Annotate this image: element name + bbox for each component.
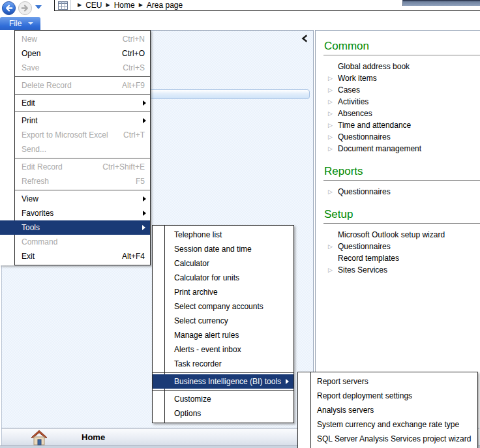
tools-menu-item-select-company-accounts[interactable]: Select company accounts (153, 299, 293, 314)
task-item-cases[interactable]: ▷Cases (316, 84, 480, 96)
task-item-time-and-attendance[interactable]: ▷Time and attendance (316, 119, 480, 131)
file-menu-item-print[interactable]: Print (0, 113, 151, 128)
file-menu-item-open[interactable]: OpenCtrl+O (0, 46, 151, 61)
file-menu-item-shortcut: Ctrl+N (123, 35, 145, 44)
task-item-document-management[interactable]: ▷Document management (316, 143, 480, 155)
breadcrumb-crumb-area-page[interactable]: Area page (147, 1, 183, 10)
file-menu-item-new: NewCtrl+N (0, 32, 151, 46)
tools-menu-item-label: Alerts - event inbox (174, 345, 288, 354)
file-menu-item-shortcut: Alt+F4 (122, 252, 145, 261)
expand-arrow-icon[interactable]: ▷ (328, 267, 338, 273)
tools-menu-item-label: Options (174, 409, 288, 418)
forward-button (18, 1, 33, 16)
file-menu-separator (15, 190, 150, 190)
tools-menu-item-telephone-list[interactable]: Telephone list (153, 228, 293, 242)
tools-menu-item-label: Task recorder (174, 359, 288, 368)
task-item-questionnaires[interactable]: ▷Questionnaires (316, 186, 480, 198)
file-menu-item-exit[interactable]: ExitAlt+F4 (0, 249, 151, 263)
tools-menu-separator (153, 390, 293, 391)
section-list-setup: ▷Microsoft Outlook setup wizard▷Question… (316, 229, 480, 276)
submenu-arrow-icon (143, 118, 146, 123)
file-menu-button-label: File (9, 19, 22, 28)
file-menu-item-tools[interactable]: Tools (0, 220, 150, 235)
file-menu-item-label: Favorites (22, 209, 145, 218)
task-item-microsoft-outlook-setup-wizard[interactable]: ▷Microsoft Outlook setup wizard (316, 229, 480, 241)
task-item-questionnaires[interactable]: ▷Questionnaires (316, 241, 480, 252)
task-item-questionnaires[interactable]: ▷Questionnaires (316, 131, 480, 143)
file-menu-separator (15, 158, 150, 158)
file-menu-item-shortcut: Ctrl+Shift+E (102, 162, 145, 172)
file-menu-item-label: Save (22, 63, 115, 72)
file-menu-item-label: Command (22, 237, 145, 246)
file-menu-item-label: Delete Record (22, 81, 114, 90)
section-title-setup: Setup (324, 208, 480, 221)
home-icon (31, 430, 48, 445)
expand-arrow-icon[interactable]: ▷ (328, 87, 338, 93)
expand-arrow-icon[interactable]: ▷ (328, 76, 338, 82)
section-rule (323, 180, 480, 181)
bi-menu-item-report-servers[interactable]: Report servers (298, 374, 477, 389)
file-menu-item-view[interactable]: View (0, 192, 151, 206)
section-list-common: ▷Global address book▷Work items▷Cases▷Ac… (316, 61, 480, 155)
breadcrumb-crumb-home[interactable]: Home (114, 1, 135, 10)
tools-menu-item-session-date-and-time[interactable]: Session date and time (153, 242, 293, 256)
task-item-sites-services[interactable]: ▷Sites Services (316, 264, 480, 276)
tools-menu-item-label: Select company accounts (174, 302, 288, 311)
recent-pages-dropdown-icon[interactable] (35, 5, 42, 9)
task-item-activities[interactable]: ▷Activities (316, 96, 480, 108)
tools-menu-item-calculator-for-units[interactable]: Calculator for units (153, 271, 293, 285)
expand-arrow-icon[interactable]: ▷ (328, 123, 338, 128)
back-button[interactable] (1, 1, 16, 16)
tools-menu-item-customize[interactable]: Customize (153, 392, 293, 406)
application-window: ▶CEU▶Home▶Area page File Common▷Global a… (0, 0, 480, 448)
file-menu-item-label: Print (22, 116, 145, 125)
task-item-work-items[interactable]: ▷Work items (316, 72, 480, 84)
bi-menu-item-analysis-servers[interactable]: Analysis servers (298, 403, 477, 417)
task-item-label: Record templates (338, 254, 399, 263)
task-item-global-address-book[interactable]: ▷Global address book (316, 61, 480, 72)
file-menu-item-shortcut: Ctrl+T (123, 130, 145, 140)
submenu-arrow-icon (286, 379, 289, 384)
bi-menu-item-label: System currency and exchange rate type (317, 420, 472, 429)
bi-menu-item-system-currency-and-exchange-rate-type[interactable]: System currency and exchange rate type (298, 417, 477, 432)
task-item-absences[interactable]: ▷Absences (316, 108, 480, 119)
expand-arrow-icon[interactable]: ▷ (328, 244, 338, 250)
bi-menu-item-report-deployment-settings[interactable]: Report deployment settings (298, 389, 477, 403)
file-menu-item-label: Open (22, 49, 114, 58)
file-menu-item-edit[interactable]: Edit (0, 96, 151, 110)
file-menu-item-label: Send... (22, 145, 145, 154)
task-item-record-templates[interactable]: ▷Record templates (316, 252, 480, 264)
section-title-common: Common (324, 40, 480, 53)
bi-menu-item-sql-server-analysis-services-project-wizard[interactable]: SQL Server Analysis Services project wiz… (298, 432, 477, 446)
expand-arrow-icon[interactable]: ▷ (328, 189, 338, 195)
collapse-pane-button[interactable] (301, 35, 309, 42)
submenu-arrow-icon (142, 225, 145, 230)
file-menu-item-favorites[interactable]: Favorites (0, 206, 151, 220)
tools-menu-item-alerts-event-inbox[interactable]: Alerts - event inbox (153, 342, 293, 357)
expand-arrow-icon[interactable]: ▷ (328, 111, 338, 117)
tools-menu-item-select-currency[interactable]: Select currency (153, 314, 293, 328)
expand-arrow-icon[interactable]: ▷ (328, 134, 338, 140)
tools-menu-item-task-recorder[interactable]: Task recorder (153, 357, 293, 371)
file-menu-item-export-to-microsoft-excel: Export to Microsoft ExcelCtrl+T (0, 128, 151, 142)
file-menu-item-save: SaveCtrl+S (0, 61, 151, 75)
breadcrumb-crumb-ceu[interactable]: CEU (85, 1, 102, 10)
tools-menu-item-options[interactable]: Options (153, 406, 293, 421)
tools-menu-item-calculator[interactable]: Calculator (153, 256, 293, 271)
tools-menu-item-manage-alert-rules[interactable]: Manage alert rules (153, 328, 293, 342)
home-pane-label: Home (82, 432, 105, 442)
tools-menu-item-print-archive[interactable]: Print archive (153, 285, 293, 299)
expand-arrow-icon[interactable]: ▷ (328, 146, 338, 152)
file-menu-item-refresh: RefreshF5 (0, 174, 151, 188)
address-grid-icon[interactable] (55, 0, 71, 10)
task-item-label: Microsoft Outlook setup wizard (338, 230, 445, 239)
task-item-label: Questionnaires (338, 132, 391, 142)
expand-arrow-icon[interactable]: ▷ (328, 99, 338, 105)
submenu-arrow-icon (143, 100, 146, 106)
bi-menu-item-label: Analysis servers (317, 406, 472, 415)
file-menu-separator (15, 94, 150, 95)
file-menu-button[interactable]: File (0, 17, 40, 30)
bi-menu-item-label: Report servers (317, 377, 472, 386)
tools-menu-item-business-intelligence-bi-tools[interactable]: Business Intelligence (BI) tools (153, 374, 293, 389)
task-item-label: Questionnaires (338, 242, 391, 251)
